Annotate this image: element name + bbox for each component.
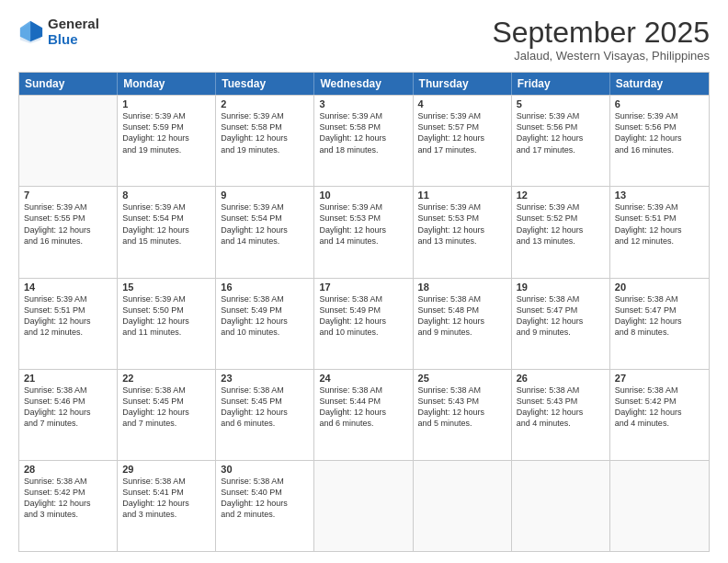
- cell-line-4: and 5 minutes.: [418, 418, 506, 429]
- cal-cell-3-3: 24Sunrise: 5:38 AMSunset: 5:44 PMDayligh…: [314, 370, 413, 460]
- cell-line-3: Daylight: 12 hours: [517, 316, 605, 327]
- cell-line-1: Sunrise: 5:39 AM: [319, 110, 407, 121]
- day-number: 10: [319, 190, 407, 201]
- cell-line-1: Sunrise: 5:38 AM: [517, 385, 605, 396]
- cal-cell-1-3: 10Sunrise: 5:39 AMSunset: 5:53 PMDayligh…: [314, 187, 413, 277]
- day-number: 14: [24, 282, 112, 293]
- cell-line-2: Sunset: 5:45 PM: [122, 396, 210, 407]
- cell-line-4: and 3 minutes.: [24, 509, 112, 520]
- cell-line-3: Daylight: 12 hours: [517, 407, 605, 418]
- cell-line-4: and 9 minutes.: [517, 327, 605, 338]
- cal-cell-4-1: 29Sunrise: 5:38 AMSunset: 5:41 PMDayligh…: [118, 461, 216, 551]
- cell-line-1: Sunrise: 5:39 AM: [122, 201, 210, 213]
- logo-blue-text: Blue: [48, 32, 99, 48]
- cell-line-3: Daylight: 12 hours: [221, 132, 309, 144]
- cell-line-1: Sunrise: 5:38 AM: [122, 476, 210, 487]
- cal-cell-4-6: [610, 461, 709, 551]
- day-number: 3: [319, 98, 407, 109]
- cell-line-4: and 12 minutes.: [24, 327, 112, 338]
- day-number: 29: [122, 464, 210, 475]
- calendar-body: 1Sunrise: 5:39 AMSunset: 5:59 PMDaylight…: [19, 95, 709, 551]
- cell-line-1: Sunrise: 5:38 AM: [615, 293, 704, 304]
- calendar: Sunday Monday Tuesday Wednesday Thursday…: [18, 72, 710, 552]
- cell-line-4: and 14 minutes.: [221, 236, 309, 247]
- cal-cell-3-6: 27Sunrise: 5:38 AMSunset: 5:42 PMDayligh…: [610, 370, 709, 460]
- cal-cell-2-2: 16Sunrise: 5:38 AMSunset: 5:49 PMDayligh…: [216, 279, 314, 369]
- cell-line-4: and 7 minutes.: [24, 418, 112, 429]
- cal-cell-2-4: 18Sunrise: 5:38 AMSunset: 5:48 PMDayligh…: [414, 279, 512, 369]
- cell-line-4: and 10 minutes.: [319, 327, 407, 338]
- day-number: 7: [24, 190, 112, 201]
- cell-line-4: and 16 minutes.: [615, 144, 704, 155]
- day-number: 23: [221, 373, 309, 384]
- cal-cell-2-5: 19Sunrise: 5:38 AMSunset: 5:47 PMDayligh…: [512, 279, 610, 369]
- cell-line-4: and 13 minutes.: [517, 236, 605, 247]
- logo-general-text: General: [48, 17, 99, 32]
- header-sunday: Sunday: [19, 73, 118, 95]
- day-number: 1: [122, 98, 210, 109]
- cal-cell-4-3: [314, 461, 413, 551]
- cell-line-1: Sunrise: 5:39 AM: [418, 110, 506, 121]
- cell-line-1: Sunrise: 5:39 AM: [615, 110, 704, 121]
- cell-line-1: Sunrise: 5:38 AM: [517, 293, 605, 304]
- cell-line-2: Sunset: 5:47 PM: [615, 304, 704, 316]
- logo-text: General Blue: [48, 17, 99, 47]
- day-number: 19: [517, 282, 605, 293]
- logo: General Blue: [18, 17, 99, 47]
- cell-line-3: Daylight: 12 hours: [221, 316, 309, 327]
- cell-line-2: Sunset: 5:49 PM: [221, 304, 309, 316]
- cell-line-2: Sunset: 5:49 PM: [319, 304, 407, 316]
- cell-line-2: Sunset: 5:53 PM: [319, 213, 407, 224]
- cal-cell-3-0: 21Sunrise: 5:38 AMSunset: 5:46 PMDayligh…: [19, 370, 118, 460]
- day-number: 21: [24, 373, 112, 384]
- cell-line-2: Sunset: 5:57 PM: [418, 121, 506, 132]
- cell-line-3: Daylight: 12 hours: [319, 224, 407, 236]
- cal-cell-3-2: 23Sunrise: 5:38 AMSunset: 5:45 PMDayligh…: [216, 370, 314, 460]
- cell-line-3: Daylight: 12 hours: [517, 132, 605, 144]
- cell-line-1: Sunrise: 5:38 AM: [319, 293, 407, 304]
- cal-cell-4-2: 30Sunrise: 5:38 AMSunset: 5:40 PMDayligh…: [216, 461, 314, 551]
- cell-line-4: and 17 minutes.: [517, 144, 605, 155]
- calendar-header: Sunday Monday Tuesday Wednesday Thursday…: [19, 73, 709, 95]
- cell-line-1: Sunrise: 5:38 AM: [615, 385, 704, 396]
- day-number: 30: [221, 464, 309, 475]
- calendar-week-2: 7Sunrise: 5:39 AMSunset: 5:55 PMDaylight…: [19, 186, 709, 277]
- cal-cell-2-3: 17Sunrise: 5:38 AMSunset: 5:49 PMDayligh…: [314, 279, 413, 369]
- month-title: September 2025: [492, 17, 710, 49]
- cal-cell-0-0: [19, 96, 118, 186]
- cell-line-1: Sunrise: 5:39 AM: [319, 201, 407, 213]
- cell-line-3: Daylight: 12 hours: [319, 132, 407, 144]
- cell-line-4: and 19 minutes.: [221, 144, 309, 155]
- cell-line-2: Sunset: 5:59 PM: [122, 121, 210, 132]
- cell-line-3: Daylight: 12 hours: [221, 498, 309, 509]
- cell-line-1: Sunrise: 5:39 AM: [221, 110, 309, 121]
- cell-line-4: and 15 minutes.: [122, 236, 210, 247]
- cell-line-3: Daylight: 12 hours: [319, 407, 407, 418]
- day-number: 5: [517, 98, 605, 109]
- cal-cell-4-5: [512, 461, 610, 551]
- cell-line-1: Sunrise: 5:38 AM: [221, 385, 309, 396]
- day-number: 16: [221, 282, 309, 293]
- cell-line-1: Sunrise: 5:38 AM: [221, 293, 309, 304]
- cell-line-1: Sunrise: 5:39 AM: [122, 110, 210, 121]
- cell-line-3: Daylight: 12 hours: [24, 498, 112, 509]
- day-number: 24: [319, 373, 407, 384]
- day-number: 26: [517, 373, 605, 384]
- cal-cell-0-1: 1Sunrise: 5:39 AMSunset: 5:59 PMDaylight…: [118, 96, 216, 186]
- calendar-week-5: 28Sunrise: 5:38 AMSunset: 5:42 PMDayligh…: [19, 460, 709, 551]
- cal-cell-3-5: 26Sunrise: 5:38 AMSunset: 5:43 PMDayligh…: [512, 370, 610, 460]
- cal-cell-3-4: 25Sunrise: 5:38 AMSunset: 5:43 PMDayligh…: [414, 370, 512, 460]
- cell-line-2: Sunset: 5:54 PM: [122, 213, 210, 224]
- day-number: 25: [418, 373, 506, 384]
- cal-cell-0-2: 2Sunrise: 5:39 AMSunset: 5:58 PMDaylight…: [216, 96, 314, 186]
- cell-line-2: Sunset: 5:43 PM: [418, 396, 506, 407]
- day-number: 4: [418, 98, 506, 109]
- cell-line-2: Sunset: 5:58 PM: [319, 121, 407, 132]
- day-number: 17: [319, 282, 407, 293]
- day-number: 2: [221, 98, 309, 109]
- cell-line-4: and 9 minutes.: [418, 327, 506, 338]
- cell-line-1: Sunrise: 5:39 AM: [517, 110, 605, 121]
- cell-line-4: and 4 minutes.: [615, 418, 704, 429]
- calendar-week-4: 21Sunrise: 5:38 AMSunset: 5:46 PMDayligh…: [19, 369, 709, 460]
- day-number: 27: [615, 373, 704, 384]
